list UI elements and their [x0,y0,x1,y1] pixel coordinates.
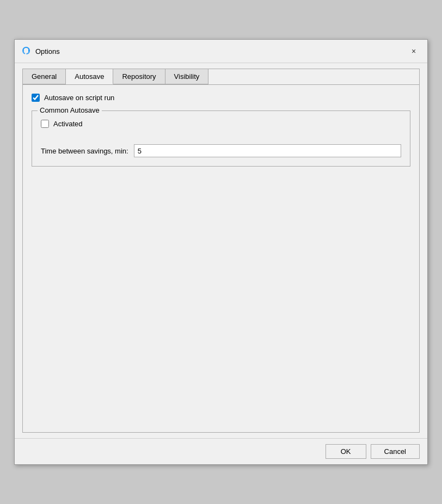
dialog-body: General Autosave Repository Visibility A… [15,63,427,438]
close-button[interactable]: × [407,44,421,58]
common-autosave-group: Common Autosave Activated Time between s… [32,110,410,167]
dialog-footer: OK Cancel [15,438,427,464]
tab-general[interactable]: General [23,69,66,84]
options-dialog: Options × General Autosave Repository Vi… [14,39,428,465]
time-between-savings-row: Time between savings, min: [41,144,401,157]
tab-visibility[interactable]: Visibility [165,69,209,84]
activated-checkbox[interactable] [41,120,49,128]
group-box-legend: Common Autosave [38,106,102,114]
tab-repository[interactable]: Repository [113,69,165,84]
activated-label: Activated [53,120,82,128]
autosave-on-script-run-label: Autosave on script run [44,94,114,102]
tab-autosave[interactable]: Autosave [66,69,113,84]
autosave-on-script-run-row: Autosave on script run [32,94,410,102]
cancel-button[interactable]: Cancel [371,444,420,459]
title-bar: Options × [15,40,427,63]
autosave-on-script-run-checkbox[interactable] [32,94,40,102]
tab-content-autosave: Autosave on script run Common Autosave A… [22,84,420,433]
window-title: Options [35,47,60,56]
time-between-savings-input[interactable] [134,144,401,157]
group-content: Activated Time between savings, min: [41,120,401,157]
ok-button[interactable]: OK [326,444,366,459]
tabs-container: General Autosave Repository Visibility [22,69,420,84]
time-between-savings-label: Time between savings, min: [41,147,128,155]
activated-row: Activated [41,120,401,128]
title-bar-left: Options [21,46,60,57]
app-icon [21,46,31,57]
